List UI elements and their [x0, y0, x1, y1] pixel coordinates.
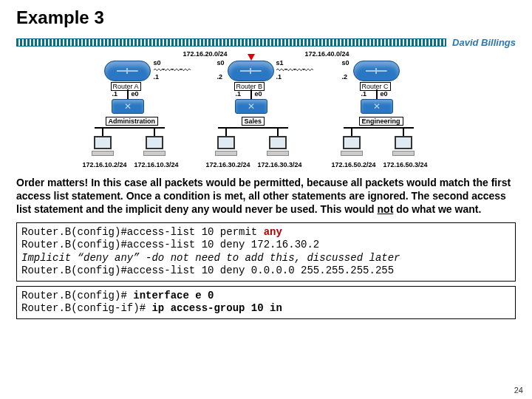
- para-not: not: [378, 203, 394, 215]
- rb-s0-addr: .2: [217, 73, 223, 81]
- rc-s0-if: s0: [342, 59, 349, 66]
- lan2-name: Sales: [242, 117, 265, 126]
- router-b-icon: [228, 61, 274, 81]
- c2-l2b: ip access-group 10 in: [151, 302, 282, 314]
- pc-icon: [340, 136, 364, 158]
- code-block-2: Router.B(config)# interface e 0 Router.B…: [16, 286, 516, 319]
- lan1-d1: [102, 127, 103, 136]
- c2-l1b: interface e 0: [133, 290, 214, 301]
- lan3-name: Engineering: [359, 117, 403, 126]
- drop-a: [127, 89, 129, 100]
- pc-icon: [266, 136, 290, 158]
- pc-icon: [91, 136, 115, 158]
- stripe-pattern: [16, 38, 446, 47]
- pc-icon: [392, 136, 415, 158]
- c1-l2: Router.B(config)#access-list 10 deny 172…: [21, 239, 319, 250]
- lan2-d1: [225, 127, 227, 136]
- lan3-d1: [351, 127, 352, 136]
- router-a-icon: [104, 61, 151, 81]
- slide-title: Example 3: [0, 0, 532, 33]
- lan3-d2: [403, 127, 404, 136]
- rc-e0-if: e0: [381, 90, 388, 98]
- rb-s1-if: s1: [276, 59, 284, 66]
- drop-c: [376, 89, 378, 100]
- ra-s0-addr: .1: [154, 73, 160, 81]
- divider-band: David Billings: [16, 35, 516, 49]
- lan1-pc2-ip: 172.16.10.3/24: [134, 161, 179, 168]
- c2-l2a: Router.B(config-if)#: [21, 302, 151, 314]
- rb-e0-if: e0: [255, 90, 262, 98]
- lan2-pc2-ip: 172.16.30.3/24: [258, 161, 302, 168]
- para-text-b: do what we want.: [393, 203, 481, 215]
- lan2-d2: [277, 127, 279, 136]
- wan1-subnet: 172.16.20.0/24: [183, 50, 228, 58]
- ra-e0-addr: .1: [112, 90, 118, 98]
- c2-l1a: Router.B(config)#: [21, 290, 133, 301]
- page-number: 24: [514, 386, 523, 395]
- ra-e0-if: e0: [132, 90, 139, 98]
- lan2-pc1-ip: 172.16.30.2/24: [206, 161, 250, 168]
- pc-icon: [214, 136, 238, 158]
- rb-s0-if: s0: [217, 59, 225, 66]
- switch-b-icon: [235, 99, 267, 114]
- drop-b: [250, 89, 252, 100]
- author-label: David Billings: [446, 37, 516, 48]
- wan2-subnet: 172.16.40.0/24: [305, 50, 349, 58]
- router-b-marker-icon: [248, 54, 255, 61]
- lan3-pc1-ip: 172.16.50.2/24: [332, 161, 376, 168]
- pc-icon: [143, 136, 166, 158]
- router-c-icon: [353, 61, 400, 81]
- c1-l3: Implicit “deny any” -do not need to add …: [21, 252, 400, 264]
- switch-a-icon: [112, 99, 144, 114]
- switch-c-icon: [361, 99, 393, 114]
- rb-e0-addr: .1: [236, 90, 242, 98]
- rc-e0-addr: .1: [361, 90, 367, 98]
- lan1-name: Administration: [106, 117, 159, 126]
- c1-l4: Router.B(config)#access-list 10 deny 0.0…: [21, 265, 394, 276]
- c1-any: any: [264, 226, 282, 238]
- rb-s1-addr: .1: [276, 73, 282, 81]
- network-diagram: 172.16.20.0/24 172.16.40.0/24 Router A R…: [80, 50, 453, 171]
- lan3-pc2-ip: 172.16.50.3/24: [383, 161, 428, 168]
- code-block-1: Router.B(config)#access-list 10 permit a…: [16, 222, 516, 282]
- explanation-paragraph: Order matters! In this case all packets …: [0, 176, 532, 221]
- lan1-pc1-ip: 172.16.10.2/24: [83, 161, 127, 168]
- lan1-d2: [154, 127, 155, 136]
- ra-s0-if: s0: [154, 59, 161, 66]
- c1-l1a: Router.B(config)#access-list 10 permit: [21, 226, 264, 238]
- rc-s0-addr: .2: [342, 73, 348, 81]
